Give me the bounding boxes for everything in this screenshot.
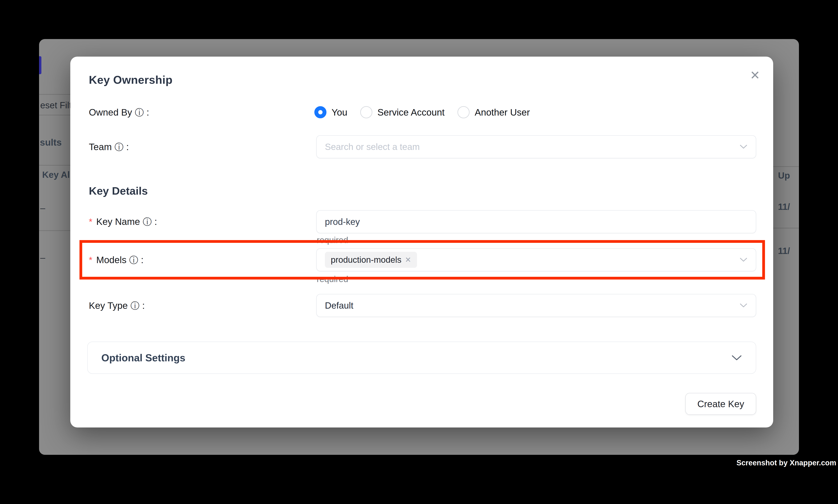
table-row-updated: 11/ bbox=[778, 246, 790, 256]
models-required-message: required bbox=[317, 274, 348, 284]
chevron-down-icon bbox=[739, 303, 748, 308]
models-label: * Models ⓘ : bbox=[89, 254, 143, 265]
owned-by-radio-group: You Service Account Another User bbox=[314, 106, 530, 118]
table-row-key-alias: – bbox=[40, 203, 45, 213]
divider bbox=[773, 228, 799, 228]
team-label: Team ⓘ : bbox=[89, 142, 129, 152]
chevron-down-icon bbox=[739, 144, 748, 149]
team-select[interactable] bbox=[316, 135, 756, 158]
table-row-key-alias: – bbox=[40, 252, 45, 263]
create-key-button-sliver bbox=[39, 56, 41, 74]
xnapper-watermark: Screenshot by Xnapper.com bbox=[736, 459, 836, 467]
optional-settings-title: Optional Settings bbox=[101, 352, 185, 364]
divider bbox=[39, 165, 71, 165]
required-asterisk: * bbox=[89, 254, 92, 265]
chevron-down-icon bbox=[739, 257, 748, 262]
create-key-button[interactable]: Create Key bbox=[685, 393, 756, 415]
reset-filters-button-partial: eset Filt bbox=[40, 100, 72, 110]
divider bbox=[39, 115, 71, 115]
selected-model-tag[interactable]: production-models ✕ bbox=[325, 252, 417, 268]
divider bbox=[39, 94, 71, 95]
divider bbox=[39, 230, 71, 231]
results-count-partial: sults bbox=[40, 137, 62, 148]
key-name-field[interactable] bbox=[316, 210, 756, 233]
key-type-value: Default bbox=[325, 300, 353, 311]
models-multiselect[interactable]: production-models ✕ bbox=[316, 248, 756, 271]
chevron-down-icon bbox=[731, 355, 742, 361]
radio-owned-by-you[interactable]: You bbox=[314, 106, 347, 118]
close-icon[interactable]: ✕ bbox=[746, 66, 764, 84]
info-icon: ⓘ bbox=[130, 301, 139, 310]
radio-selected-icon[interactable] bbox=[314, 106, 326, 118]
key-type-label: Key Type ⓘ : bbox=[89, 300, 145, 311]
remove-tag-icon[interactable]: ✕ bbox=[405, 255, 411, 264]
required-asterisk: * bbox=[89, 216, 92, 227]
key-name-input[interactable] bbox=[325, 216, 748, 227]
table-header-updated: Up bbox=[778, 170, 790, 181]
key-name-label: * Key Name ⓘ : bbox=[89, 216, 157, 227]
modal-title: Key Ownership bbox=[89, 73, 173, 86]
radio-unselected-icon[interactable] bbox=[360, 106, 372, 118]
optional-settings-toggle[interactable]: Optional Settings bbox=[87, 342, 756, 374]
table-row-updated: 11/ bbox=[778, 201, 790, 212]
radio-owned-by-another-user[interactable]: Another User bbox=[458, 106, 530, 118]
info-icon: ⓘ bbox=[114, 142, 123, 151]
divider bbox=[773, 166, 799, 167]
create-key-modal: Key Ownership ✕ Owned By ⓘ : You Service… bbox=[70, 57, 773, 428]
radio-unselected-icon[interactable] bbox=[458, 106, 469, 118]
info-icon: ⓘ bbox=[135, 108, 144, 117]
info-icon: ⓘ bbox=[143, 217, 152, 226]
key-details-heading: Key Details bbox=[89, 184, 148, 197]
team-search-input[interactable] bbox=[325, 142, 739, 152]
key-name-required-message: required bbox=[317, 235, 348, 245]
owned-by-label: Owned By ⓘ : bbox=[89, 107, 149, 118]
info-icon: ⓘ bbox=[129, 255, 138, 264]
radio-owned-by-service-account[interactable]: Service Account bbox=[360, 106, 445, 118]
key-type-select[interactable]: Default bbox=[316, 294, 756, 317]
